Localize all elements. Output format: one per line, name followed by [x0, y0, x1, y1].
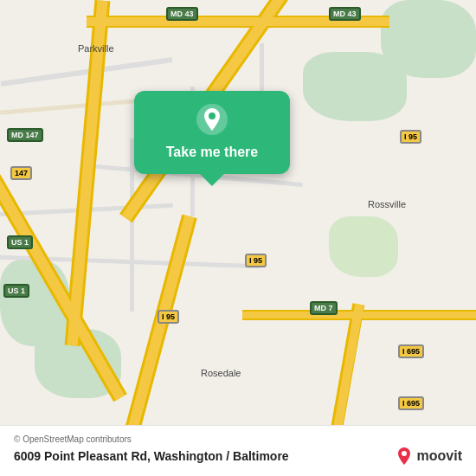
badge-i695-2: I 695 [398, 396, 424, 410]
label-rossville: Rossville [368, 199, 406, 209]
label-rosedale: Rosedale [201, 368, 241, 378]
svg-point-2 [402, 451, 407, 456]
popup-label: Take me there [166, 145, 258, 160]
map-container: MD 43 MD 43 I 95 I 95 I 95 MD 147 147 US… [0, 0, 476, 476]
badge-us1-2: US 1 [3, 284, 29, 298]
moovit-pin-icon [395, 447, 414, 466]
highway-md7 [242, 312, 476, 318]
badge-md7: MD 7 [310, 301, 338, 315]
osm-attribution: © OpenStreetMap contributors [14, 434, 462, 444]
moovit-brand-text: moovit [417, 448, 462, 464]
badge-md43-1: MD 43 [166, 7, 198, 21]
badge-md147: MD 147 [7, 128, 43, 142]
badge-i695-1: I 695 [398, 344, 424, 358]
popup-card[interactable]: Take me there [134, 91, 290, 174]
park-area-2 [381, 0, 476, 78]
label-parkville: Parkville [78, 43, 114, 54]
badge-i95-bottom: I 95 [158, 310, 179, 324]
moovit-logo: moovit [395, 447, 462, 466]
badge-us1-1: US 1 [7, 235, 33, 249]
address-row: 6009 Point Pleasant Rd, Washington / Bal… [14, 447, 462, 466]
badge-i95-right: I 95 [400, 130, 421, 144]
location-pin-icon [196, 103, 228, 136]
svg-point-1 [209, 113, 215, 119]
address-text: 6009 Point Pleasant Rd, Washington / Bal… [14, 449, 289, 463]
bottom-bar: © OpenStreetMap contributors 6009 Point … [0, 425, 476, 476]
badge-147: 147 [10, 166, 32, 180]
badge-md43-2: MD 43 [329, 7, 361, 21]
badge-i95-mid: I 95 [245, 254, 267, 267]
attribution-text: © OpenStreetMap contributors [14, 434, 132, 444]
park-area-5 [329, 216, 398, 277]
